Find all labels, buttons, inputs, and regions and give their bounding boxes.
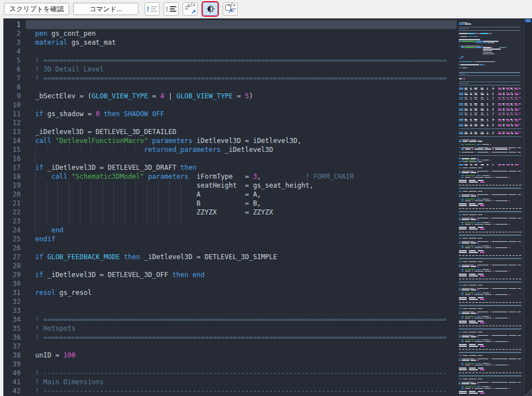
code-text[interactable]: if _iDetlevel3D = DETLEVEL_3D_OFF then e… bbox=[26, 270, 457, 279]
minimap-row-segment bbox=[461, 177, 464, 178]
code-text[interactable] bbox=[26, 154, 457, 163]
minimap[interactable] bbox=[459, 20, 523, 396]
code-line[interactable]: 35! Hotspots bbox=[3, 324, 457, 333]
code-text[interactable]: _iDetlevel3D = DETLEVEL_3D_DETAILED bbox=[26, 127, 457, 136]
code-line[interactable]: 30 bbox=[3, 279, 457, 288]
minimap-row-segment bbox=[490, 147, 491, 149]
code-line[interactable]: 14call "DetlevelFunctionMacro" parameter… bbox=[3, 136, 457, 145]
minimap-row-segment bbox=[462, 279, 464, 280]
code-line[interactable]: 22 ZZYZX = ZZYZX bbox=[3, 208, 457, 217]
code-text[interactable] bbox=[26, 261, 457, 270]
code-text[interactable]: if GLOB_FEEDBACK_MODE then _iDetlevel3D … bbox=[26, 252, 457, 261]
code-text[interactable]: B = B, bbox=[26, 199, 457, 208]
code-line[interactable]: 32 bbox=[3, 297, 457, 306]
code-lines[interactable]: 12pen gs_cont_pen3material gs_seat_mat45… bbox=[3, 20, 457, 395]
code-line[interactable]: 41! Main Dimensions bbox=[3, 378, 457, 387]
code-line[interactable]: 18 call "Schematic3DModel" parameters iF… bbox=[3, 172, 457, 181]
code-text[interactable] bbox=[26, 306, 457, 315]
code-line[interactable]: 17if _iDetlevel3D = DETLEVEL_3D_DRAFT th… bbox=[3, 163, 457, 172]
code-text[interactable]: if _iDetlevel3D = DETLEVEL_3D_DRAFT then bbox=[26, 163, 457, 172]
code-text[interactable]: resol gs_resol bbox=[26, 288, 457, 297]
code-line[interactable]: 40! ------------------------------------… bbox=[3, 369, 457, 378]
code-text[interactable]: A = A, bbox=[26, 190, 457, 199]
code-text[interactable] bbox=[26, 20, 457, 29]
code-line[interactable]: 25endif bbox=[3, 235, 457, 244]
code-text[interactable] bbox=[26, 101, 457, 109]
code-line[interactable]: 12 bbox=[3, 118, 457, 127]
code-text[interactable]: call "DetlevelFunctionMacro" parameters … bbox=[26, 136, 457, 145]
command-button[interactable]: コマンド... bbox=[73, 3, 138, 15]
code-text[interactable] bbox=[26, 83, 457, 92]
code-line[interactable]: 28 bbox=[3, 261, 457, 270]
code-text[interactable]: pen gs_cont_pen bbox=[26, 29, 457, 38]
code-line[interactable]: 27if GLOB_FEEDBACK_MODE then _iDetlevel3… bbox=[3, 252, 457, 261]
code-line[interactable]: 37 bbox=[3, 342, 457, 351]
code-text[interactable] bbox=[26, 118, 457, 127]
code-text[interactable]: ! Main Dimensions bbox=[26, 378, 457, 387]
code-line[interactable]: 20 A = A, bbox=[3, 190, 457, 199]
code-line[interactable]: 19 seatHeight = gs_seat_height, bbox=[3, 181, 457, 190]
code-line[interactable]: 38unID = 100 bbox=[3, 351, 457, 360]
code-line[interactable]: 7! =====================================… bbox=[3, 74, 457, 83]
code-line[interactable]: 6! 3D Detail Level bbox=[3, 65, 457, 74]
code-line[interactable]: 29if _iDetlevel3D = DETLEVEL_3D_OFF then… bbox=[3, 270, 457, 279]
code-line[interactable]: 5! =====================================… bbox=[3, 56, 457, 65]
code-text[interactable]: ! 3D Detail Level bbox=[26, 65, 457, 74]
code-text[interactable]: endif bbox=[26, 235, 457, 244]
code-line[interactable]: 34! ====================================… bbox=[3, 315, 457, 324]
code-text[interactable] bbox=[26, 279, 457, 288]
code-line[interactable]: 39 bbox=[3, 360, 457, 369]
code-text[interactable]: ! ======================================… bbox=[26, 315, 457, 324]
vertical-scrollbar[interactable] bbox=[524, 18, 532, 396]
code-line[interactable]: 36! ====================================… bbox=[3, 333, 457, 342]
insert-code-arrow-button[interactable]: </> ↗ bbox=[183, 2, 198, 16]
open-code-window-button[interactable]: </> ↗ bbox=[223, 2, 238, 16]
code-text[interactable]: seatHeight = gs_seat_height, bbox=[26, 181, 457, 190]
code-line[interactable]: 21 B = B, bbox=[3, 199, 457, 208]
code-line[interactable]: 3material gs_seat_mat bbox=[3, 38, 457, 47]
minimap-row-segment bbox=[464, 47, 475, 48]
code-line[interactable]: 2pen gs_cont_pen bbox=[3, 29, 457, 38]
scrollbar-thumb[interactable] bbox=[525, 19, 531, 22]
code-text[interactable]: _bSectElev = (GLOB_VIEW_TYPE = 4 | GLOB_… bbox=[26, 92, 457, 101]
code-line[interactable]: 13_iDetlevel3D = DETLEVEL_3D_DETAILED bbox=[3, 127, 457, 136]
code-line[interactable]: 26 bbox=[3, 244, 457, 252]
code-text[interactable]: ZZYZX = ZZYZX bbox=[26, 208, 457, 217]
code-text[interactable] bbox=[26, 217, 457, 226]
code-line[interactable]: 16 bbox=[3, 154, 457, 163]
warning-list-blue-button[interactable]: ! bbox=[145, 2, 160, 16]
code-text[interactable]: end bbox=[26, 226, 457, 235]
code-text[interactable] bbox=[26, 47, 457, 56]
code-text[interactable]: ! ======================================… bbox=[26, 56, 457, 65]
check-script-button[interactable]: スクリプトを確認 bbox=[4, 3, 69, 15]
code-text[interactable]: unID = 100 bbox=[26, 351, 457, 360]
code-line[interactable]: 33 bbox=[3, 306, 457, 315]
code-text[interactable]: if gs_shadow = 0 then SHADOW OFF bbox=[26, 109, 457, 118]
code-line[interactable]: 15 returned_parameters _iDetlevel3D bbox=[3, 145, 457, 154]
code-text[interactable]: ! ======================================… bbox=[26, 333, 457, 342]
code-text[interactable]: returned_parameters _iDetlevel3D bbox=[26, 145, 457, 154]
code-text[interactable]: ! ======================================… bbox=[26, 74, 457, 83]
code-text[interactable]: material gs_seat_mat bbox=[26, 38, 457, 47]
code-line[interactable]: 10 bbox=[3, 101, 457, 109]
code-line[interactable]: 24 end bbox=[3, 226, 457, 235]
code-line[interactable]: 31resol gs_resol bbox=[3, 288, 457, 297]
code-text[interactable] bbox=[26, 297, 457, 306]
code-text[interactable] bbox=[26, 360, 457, 369]
contrast-highlight-button[interactable] bbox=[203, 2, 218, 16]
code-line[interactable]: 9_bSectElev = (GLOB_VIEW_TYPE = 4 | GLOB… bbox=[3, 92, 457, 101]
code-text[interactable] bbox=[26, 342, 457, 351]
code-text[interactable]: ! --------------------------------------… bbox=[26, 387, 457, 395]
code-line[interactable]: 1 bbox=[3, 20, 457, 29]
code-editor[interactable]: 12pen gs_cont_pen3material gs_seat_mat45… bbox=[0, 18, 532, 396]
code-text[interactable]: call "Schematic3DModel" parameters iForm… bbox=[26, 172, 457, 181]
code-line[interactable]: 11if gs_shadow = 0 then SHADOW OFF bbox=[3, 109, 457, 118]
code-text[interactable]: ! Hotspots bbox=[26, 324, 457, 333]
code-line[interactable]: 4 bbox=[3, 47, 457, 56]
code-line[interactable]: 23 bbox=[3, 217, 457, 226]
code-text[interactable] bbox=[26, 244, 457, 252]
code-line[interactable]: 8 bbox=[3, 83, 457, 92]
code-line[interactable]: 42! ------------------------------------… bbox=[3, 387, 457, 395]
code-text[interactable]: ! --------------------------------------… bbox=[26, 369, 457, 378]
warning-list-dark-button[interactable]: ! bbox=[164, 2, 179, 16]
